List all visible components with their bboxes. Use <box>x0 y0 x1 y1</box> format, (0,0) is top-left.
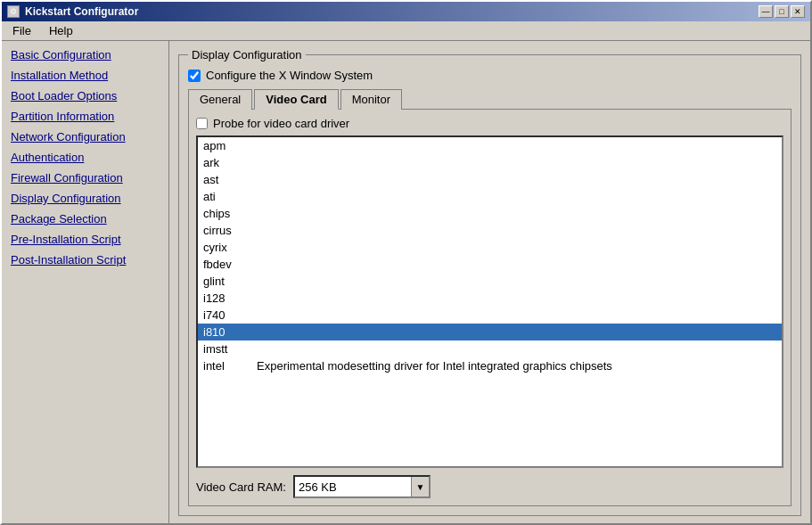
list-item[interactable]: i740 <box>198 307 782 324</box>
video-card-listbox[interactable]: apmarkastatichipscirruscyrixfbdevglinti1… <box>198 137 782 466</box>
right-panel: Display Configuration Configure the X Wi… <box>169 41 810 523</box>
video-card-listbox-container: apmarkastatichipscirruscyrixfbdevglinti1… <box>196 135 783 468</box>
tab-content-video-card: Probe for video card driver apmarkastati… <box>188 109 791 506</box>
list-item[interactable]: imstt <box>198 340 782 357</box>
probe-label: Probe for video card driver <box>213 117 349 130</box>
vram-select-wrapper: 256 KB512 KB1 MB2 MB4 MB8 MB16 MB32 MB ▼ <box>293 475 431 498</box>
sidebar-item-network-configuration[interactable]: Network Configuration <box>2 127 168 147</box>
vram-dropdown-icon[interactable]: ▼ <box>411 477 429 496</box>
menu-help[interactable]: Help <box>42 22 80 39</box>
main-window: ⚙ Kickstart Configurator — □ ✕ File Help… <box>0 0 812 525</box>
tab-general[interactable]: General <box>188 89 252 110</box>
list-item[interactable]: intel Experimental modesetting driver fo… <box>198 357 782 374</box>
tabs-bar: General Video Card Monitor <box>188 89 791 110</box>
sidebar: Basic Configuration Installation Method … <box>2 41 169 523</box>
close-button[interactable]: ✕ <box>791 5 805 18</box>
list-item[interactable]: i810 <box>198 324 782 340</box>
sidebar-item-package-selection[interactable]: Package Selection <box>2 209 168 229</box>
configure-x-label: Configure the X Window System <box>206 69 373 82</box>
list-item[interactable]: chips <box>198 205 782 222</box>
vram-row: Video Card RAM: 256 KB512 KB1 MB2 MB4 MB… <box>196 475 783 498</box>
title-bar: ⚙ Kickstart Configurator — □ ✕ <box>2 2 810 21</box>
sidebar-item-post-installation-script[interactable]: Post-Installation Script <box>2 250 168 270</box>
sidebar-item-firewall-configuration[interactable]: Firewall Configuration <box>2 168 168 188</box>
probe-row: Probe for video card driver <box>196 117 783 130</box>
list-item[interactable]: cyrix <box>198 239 782 256</box>
sidebar-item-basic-configuration[interactable]: Basic Configuration <box>2 45 168 65</box>
tab-video-card[interactable]: Video Card <box>254 89 338 110</box>
list-item[interactable]: ast <box>198 171 782 188</box>
menu-file[interactable]: File <box>5 22 38 39</box>
sidebar-item-pre-installation-script[interactable]: Pre-Installation Script <box>2 229 168 250</box>
app-icon: ⚙ <box>7 5 20 18</box>
list-item[interactable]: i128 <box>198 290 782 307</box>
tab-monitor[interactable]: Monitor <box>340 89 402 110</box>
probe-checkbox[interactable] <box>196 118 208 129</box>
section-title: Display Configuration <box>188 48 306 62</box>
menu-bar: File Help <box>2 21 810 41</box>
list-item[interactable]: cirrus <box>198 222 782 239</box>
minimize-button[interactable]: — <box>759 5 773 18</box>
configure-x-checkbox[interactable] <box>188 70 201 82</box>
maximize-button[interactable]: □ <box>775 5 789 18</box>
vram-select[interactable]: 256 KB512 KB1 MB2 MB4 MB8 MB16 MB32 MB <box>295 477 411 496</box>
list-item[interactable]: apm <box>198 137 782 154</box>
title-bar-left: ⚙ Kickstart Configurator <box>7 5 138 18</box>
sidebar-item-partition-information[interactable]: Partition Information <box>2 106 168 127</box>
window-title: Kickstart Configurator <box>25 5 138 18</box>
list-item[interactable]: glint <box>198 273 782 290</box>
main-content: Basic Configuration Installation Method … <box>2 41 810 523</box>
sidebar-item-display-configuration[interactable]: Display Configuration <box>2 188 168 209</box>
list-item[interactable]: ati <box>198 188 782 205</box>
configure-x-row: Configure the X Window System <box>188 69 791 82</box>
display-fieldset: Display Configuration Configure the X Wi… <box>178 48 801 516</box>
list-item[interactable]: ark <box>198 154 782 171</box>
title-bar-buttons: — □ ✕ <box>759 5 805 18</box>
list-item[interactable]: fbdev <box>198 256 782 273</box>
sidebar-item-installation-method[interactable]: Installation Method <box>2 65 168 86</box>
sidebar-item-authentication[interactable]: Authentication <box>2 147 168 168</box>
vram-label: Video Card RAM: <box>196 480 286 494</box>
sidebar-item-boot-loader-options[interactable]: Boot Loader Options <box>2 86 168 106</box>
